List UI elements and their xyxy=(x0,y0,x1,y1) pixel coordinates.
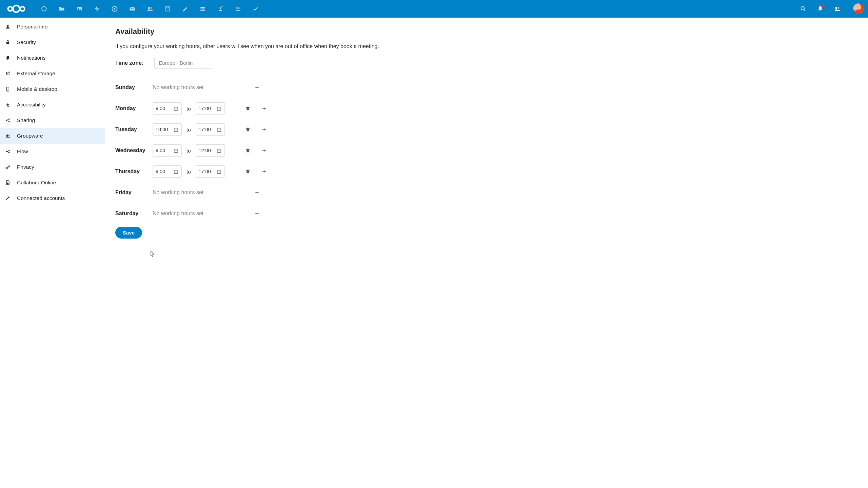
nav-notes-icon[interactable] xyxy=(176,0,194,18)
wrench-icon xyxy=(5,195,11,201)
nav-check-icon[interactable] xyxy=(247,0,264,18)
sidebar-item-mobile-desktop[interactable]: Mobile & desktop xyxy=(0,81,105,97)
nav-photos-icon[interactable] xyxy=(71,0,88,18)
nav-files-icon[interactable] xyxy=(53,0,71,18)
delete-slot-button[interactable] xyxy=(242,102,254,115)
nav-activity-icon[interactable] xyxy=(88,0,106,18)
nav-deck-icon[interactable] xyxy=(194,0,212,18)
to-time-input[interactable]: 17:00 xyxy=(196,165,225,178)
svg-point-39 xyxy=(6,135,8,136)
nav-dashboard-icon[interactable] xyxy=(35,0,53,18)
svg-rect-23 xyxy=(236,10,237,11)
to-label: to xyxy=(186,106,191,111)
topbar-right xyxy=(800,3,864,14)
calendar-icon xyxy=(173,106,179,111)
svg-rect-15 xyxy=(200,7,205,8)
add-slot-button[interactable] xyxy=(251,81,263,94)
nav-tasks-icon[interactable] xyxy=(229,0,247,18)
add-slot-button[interactable] xyxy=(258,123,270,136)
add-slot-button[interactable] xyxy=(251,207,263,220)
svg-point-0 xyxy=(8,7,13,11)
main-content: Availability If you configure your worki… xyxy=(105,18,868,488)
no-hours-text: No working hours set xyxy=(153,210,251,217)
delete-slot-button[interactable] xyxy=(242,144,254,157)
day-row-wednesday: Wednesday9:00to12:00 xyxy=(115,140,858,161)
nav-mail-icon[interactable] xyxy=(123,0,141,18)
svg-rect-74 xyxy=(217,170,221,173)
calendar-icon xyxy=(216,106,222,111)
svg-rect-24 xyxy=(237,10,240,11)
sidebar-item-external-storage[interactable]: External storage xyxy=(0,66,105,81)
sidebar-item-groupware[interactable]: Groupware xyxy=(0,128,105,144)
svg-rect-30 xyxy=(6,42,9,44)
from-time-value: 9:00 xyxy=(156,148,165,153)
svg-rect-41 xyxy=(6,151,7,152)
svg-point-28 xyxy=(838,7,839,8)
group-icon xyxy=(5,133,11,139)
svg-point-40 xyxy=(8,135,9,136)
sidebar-item-sharing[interactable]: Sharing xyxy=(0,113,105,128)
day-row-sunday: SundayNo working hours set xyxy=(115,77,858,98)
sidebar-item-label: Flow xyxy=(17,148,28,155)
from-time-input[interactable]: 10:00 xyxy=(153,123,182,136)
add-slot-button[interactable] xyxy=(251,186,263,199)
day-label: Saturday xyxy=(115,210,153,217)
svg-line-26 xyxy=(804,10,806,11)
timezone-label: Time zone: xyxy=(115,60,143,66)
calendar-icon xyxy=(173,169,179,174)
sidebar-item-collabora-online[interactable]: Collabora Online xyxy=(0,175,105,190)
to-time-value: 12:00 xyxy=(199,148,211,153)
sidebar-item-label: Connected accounts xyxy=(17,195,65,201)
notifications-icon[interactable] xyxy=(816,5,824,13)
svg-point-9 xyxy=(148,7,150,9)
timezone-select[interactable]: Europe - Berlin xyxy=(154,57,211,69)
sidebar-item-notifications[interactable]: Notifications xyxy=(0,50,105,66)
to-label: to xyxy=(186,148,191,154)
avatar[interactable] xyxy=(853,3,864,14)
search-icon[interactable] xyxy=(800,5,807,13)
flow-icon xyxy=(5,148,11,155)
calendar-icon xyxy=(216,169,222,174)
nav-contacts2-icon[interactable] xyxy=(212,0,229,18)
save-button[interactable]: Save xyxy=(115,227,142,239)
nav-contacts-icon[interactable] xyxy=(141,0,159,18)
to-label: to xyxy=(186,127,191,133)
day-label: Thursday xyxy=(115,168,153,175)
no-hours-text: No working hours set xyxy=(153,189,251,196)
users-icon[interactable] xyxy=(833,5,841,13)
svg-rect-66 xyxy=(217,149,221,152)
nav-calendar-icon[interactable] xyxy=(159,0,176,18)
add-slot-button[interactable] xyxy=(258,165,270,178)
calendar-icon xyxy=(216,127,222,132)
delete-slot-button[interactable] xyxy=(242,123,254,136)
sidebar-item-privacy[interactable]: Privacy xyxy=(0,159,105,175)
from-time-value: 10:00 xyxy=(156,127,168,132)
page-title: Availability xyxy=(115,27,858,36)
from-time-value: 9:00 xyxy=(156,169,165,174)
app-logo[interactable] xyxy=(7,3,26,14)
to-time-input[interactable]: 12:00 xyxy=(196,144,225,157)
to-time-input[interactable]: 17:00 xyxy=(196,123,225,136)
from-time-input[interactable]: 9:00 xyxy=(153,102,182,115)
svg-rect-50 xyxy=(217,107,221,110)
sidebar-item-connected-accounts[interactable]: Connected accounts xyxy=(0,190,105,206)
add-slot-button[interactable] xyxy=(258,144,270,157)
delete-slot-button[interactable] xyxy=(242,165,254,178)
nav-talk-icon[interactable] xyxy=(106,0,123,18)
sidebar-item-accessibility[interactable]: Accessibility xyxy=(0,97,105,113)
svg-rect-20 xyxy=(237,7,240,7)
from-time-input[interactable]: 9:00 xyxy=(153,165,182,178)
sidebar-item-personal-info[interactable]: Personal info xyxy=(0,19,105,35)
svg-rect-16 xyxy=(200,8,205,9)
from-time-input[interactable]: 9:00 xyxy=(153,144,182,157)
svg-line-37 xyxy=(7,119,8,120)
svg-point-18 xyxy=(220,7,221,9)
sidebar-item-security[interactable]: Security xyxy=(0,35,105,50)
to-time-input[interactable]: 17:00 xyxy=(196,102,225,115)
svg-point-1 xyxy=(13,5,20,12)
svg-rect-22 xyxy=(237,8,240,9)
add-slot-button[interactable] xyxy=(258,102,270,115)
svg-rect-70 xyxy=(174,170,178,173)
sidebar-item-flow[interactable]: Flow xyxy=(0,144,105,159)
doc-icon xyxy=(5,180,11,186)
